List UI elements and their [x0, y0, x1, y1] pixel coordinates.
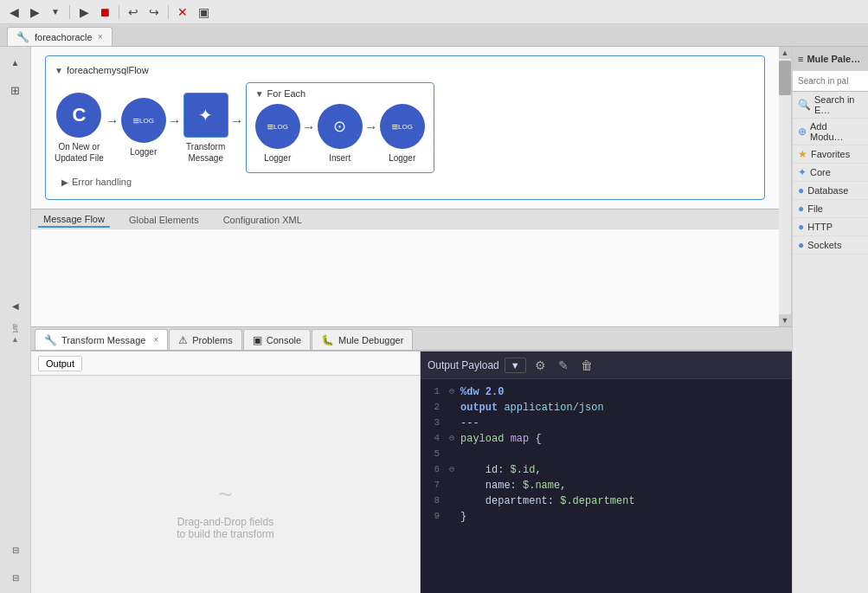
footer-tab-message-flow[interactable]: Message Flow: [38, 212, 110, 228]
node-logger1[interactable]: ≡LOG Logger: [121, 98, 166, 158]
transform-circle[interactable]: ✦: [183, 93, 228, 138]
toolbar-close-btn[interactable]: ✕: [174, 3, 191, 21]
tab-label: foreachoracle: [35, 32, 93, 42]
for-each-arrow[interactable]: ▼: [255, 89, 264, 99]
line-content-6: id: $.id,: [457, 464, 792, 476]
on-new-circle[interactable]: C: [56, 93, 101, 138]
line-num-4: 4: [421, 433, 447, 443]
scroll-up-btn[interactable]: ▲: [779, 47, 791, 59]
line-content-4: payload map {: [457, 433, 792, 445]
code-line-2: 2 output application/json: [421, 402, 792, 417]
line-fold-4[interactable]: ⊖: [447, 433, 457, 443]
logger1-circle[interactable]: ≡LOG: [121, 98, 166, 143]
node-on-new[interactable]: C On New orUpdated File: [55, 93, 104, 164]
sidebar-top-btn[interactable]: ▲: [3, 50, 28, 74]
footer-tab-global-elements[interactable]: Global Elements: [124, 213, 204, 227]
canvas-scrollbar[interactable]: ▲ ▼: [779, 47, 791, 326]
tab-transform-message[interactable]: 🔧 Transform Message ×: [35, 329, 168, 350]
toolbar-dropdown-btn[interactable]: ▼: [47, 3, 64, 21]
insert-circle[interactable]: ⊙: [318, 104, 363, 149]
code-settings-btn[interactable]: ⚙: [531, 357, 550, 374]
node-logger3[interactable]: ≡LOG Logger: [380, 104, 425, 164]
main-tab[interactable]: 🔧 foreachoracle ×: [7, 27, 113, 46]
scroll-track: [779, 59, 791, 314]
code-edit-btn[interactable]: ✎: [555, 357, 572, 374]
toolbar: ◀ ▶ ▼ ▶ ⏹ ↩ ↪ ✕ ▣: [0, 0, 868, 24]
arrow2: →: [168, 113, 182, 143]
code-line-4: 4 ⊖ payload map {: [421, 433, 792, 448]
logger3-circle[interactable]: ≡LOG: [380, 104, 425, 149]
transform-label: TransformMessage: [186, 141, 225, 164]
toolbar-sep3: [168, 5, 169, 19]
arrow1: →: [106, 113, 119, 143]
http-icon: ●: [798, 221, 804, 233]
palette-item-add-module[interactable]: ⊕ Add Modu…: [793, 119, 868, 145]
line-num-1: 1: [421, 386, 447, 396]
search-palette-icon: 🔍: [798, 99, 811, 111]
sidebar-bottom2-btn[interactable]: ⊟: [3, 565, 28, 590]
canvas-area: ▲ ▼ ▼ foreachemysqlFlow C O: [31, 47, 792, 326]
toolbar-redo-btn[interactable]: ↪: [145, 3, 163, 21]
tab-mule-debugger[interactable]: 🐛 Mule Debugger: [312, 329, 413, 350]
line-content-8: department: $.department: [457, 495, 792, 507]
palette-item-database[interactable]: ● Database: [793, 182, 868, 200]
palette-item-file[interactable]: ● File: [793, 200, 868, 218]
sidebar-expand-btn[interactable]: ⊞: [3, 78, 28, 102]
toolbar-undo-btn[interactable]: ↩: [125, 3, 142, 21]
code-editor[interactable]: 1 ⊖ %dw 2.0 2 output application/json 3 …: [421, 379, 792, 593]
arrow5: →: [364, 119, 378, 149]
palette-search: [793, 71, 868, 92]
tab-problems[interactable]: ⚠ Problems: [169, 329, 241, 350]
flow-box: ▼ foreachemysqlFlow C On New orUpdated F…: [45, 55, 765, 200]
debugger-tab-label: Mule Debugger: [338, 335, 403, 345]
main-tab-bar: 🔧 foreachoracle ×: [0, 24, 868, 47]
code-delete-btn[interactable]: 🗑: [577, 357, 596, 374]
tab-console[interactable]: ▣ Console: [243, 329, 311, 350]
toolbar-back-btn[interactable]: ◀: [5, 3, 23, 21]
toolbar-sep1: [69, 5, 70, 19]
flow-title: ▼ foreachemysqlFlow: [55, 65, 750, 75]
sidebar-nav1-btn[interactable]: ◀: [3, 294, 28, 319]
toolbar-window-btn[interactable]: ▣: [195, 3, 212, 21]
center-area: ▲ ▼ ▼ foreachemysqlFlow C O: [31, 47, 792, 593]
palette-search-input[interactable]: [793, 71, 868, 91]
problems-tab-icon: ⚠: [178, 334, 188, 346]
logger2-circle[interactable]: ≡LOG: [255, 104, 300, 149]
sidebar-nav2-btn[interactable]: art ▲: [3, 322, 28, 346]
error-handling[interactable]: ▶ Error handling: [55, 173, 750, 190]
palette-item-sockets-label: Sockets: [807, 240, 841, 250]
bottom-tab-bar: 🔧 Transform Message × ⚠ Problems ▣ Conso…: [31, 326, 792, 351]
line-fold-1[interactable]: ⊖: [447, 386, 457, 396]
palette-item-core[interactable]: ✦ Core: [793, 164, 868, 182]
scroll-thumb[interactable]: [779, 61, 791, 95]
logger1-label: Logger: [130, 146, 157, 158]
scroll-down-btn[interactable]: ▼: [779, 314, 791, 326]
debugger-tab-icon: 🐛: [321, 334, 334, 346]
toolbar-forward-btn[interactable]: ▶: [26, 3, 43, 21]
node-logger2[interactable]: ≡LOG Logger: [255, 104, 300, 164]
palette-item-sockets[interactable]: ● Sockets: [793, 236, 868, 255]
sidebar-bottom1-btn[interactable]: ⊟: [3, 538, 28, 562]
footer-tab-config-xml[interactable]: Configuration XML: [218, 213, 307, 227]
transform-tab-close[interactable]: ×: [153, 335, 158, 345]
code-line-5: 5: [421, 448, 792, 464]
palette-item-favorites[interactable]: ★ Favorites: [793, 145, 868, 164]
line-fold-6[interactable]: ⊖: [447, 464, 457, 474]
palette-item-search[interactable]: 🔍 Search in E…: [793, 92, 868, 119]
left-sidebar: ▲ ⊞ ◀ art ▲ ⊟ ⊟: [0, 47, 31, 593]
for-each-box: ▼ For Each ≡LOG Logger →: [246, 82, 434, 173]
node-insert[interactable]: ⊙ Insert: [318, 104, 363, 164]
line-num-6: 6: [421, 464, 447, 474]
console-tab-icon: ▣: [253, 334, 262, 346]
line-content-2: output application/json: [457, 402, 792, 414]
flow-title-arrow[interactable]: ▼: [55, 66, 63, 75]
toolbar-run-btn[interactable]: ▶: [75, 3, 93, 21]
tab-close-btn[interactable]: ×: [98, 32, 103, 42]
node-transform[interactable]: ✦ TransformMessage: [183, 93, 228, 164]
payload-dropdown[interactable]: ▼: [505, 358, 526, 373]
drag-drop-area[interactable]: ~ Drag-and-Drop fields to build the tran…: [31, 376, 420, 593]
toolbar-stop-btn[interactable]: ⏹: [96, 3, 113, 21]
line-num-7: 7: [421, 480, 447, 490]
transform-left: Output ~ Drag-and-Drop fields to build t…: [31, 351, 421, 593]
palette-item-http[interactable]: ● HTTP: [793, 218, 868, 236]
